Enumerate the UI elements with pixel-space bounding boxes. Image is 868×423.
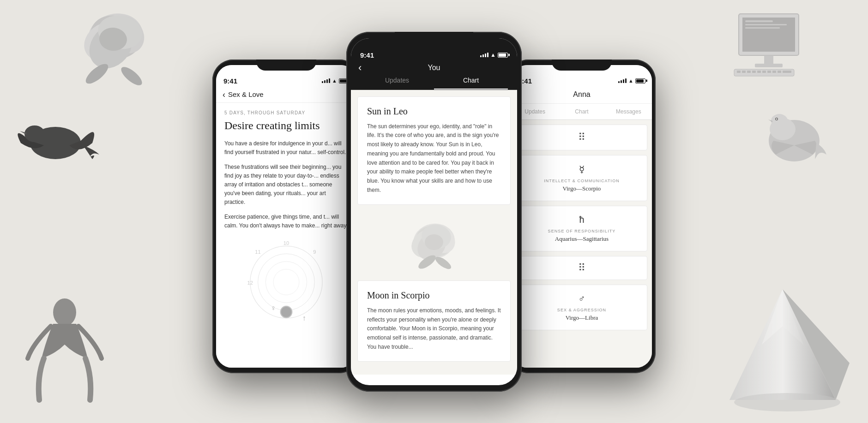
right-card-top: ⠿ [516,125,647,150]
left-phone-nav[interactable]: ‹ Sex & Love [216,87,356,103]
article-para-3: Exercise patience, give things time, and… [224,213,348,230]
smiley-glyph-1: ⠿ [578,131,585,143]
article-para-1: You have a desire for indulgence in your… [224,139,348,157]
right-tab-chart[interactable]: Chart [558,104,605,119]
chart-svg: 10 9 11 12 ♀ ↑ [224,236,348,328]
svg-point-60 [434,255,453,271]
svg-point-58 [425,234,443,250]
mars-label: Sex & Aggression [557,308,606,312]
left-phone-status-icons: ▲ [322,78,349,83]
flower-image-center [357,211,511,280]
svg-text:11: 11 [255,249,260,255]
svg-text:12: 12 [247,280,253,286]
left-phone-time: 9:41 [223,77,237,85]
saturn-label: Sense of Responsibility [548,229,616,233]
right-card-mercury: ☿ Intellect & Communication Virgo—Scorpi… [516,155,647,201]
center-phone-time: 9:41 [360,51,374,59]
center-tabs: Updates Chart [351,72,517,90]
svg-point-43 [273,269,299,295]
sun-leo-body: The sun determines your ego, identity, a… [367,122,501,195]
center-phone: 9:41 ▲ ‹ You [346,32,522,392]
right-wifi-icon: ▲ [628,78,633,83]
peony-svg [402,216,466,276]
moon-scorpio-card: Moon in Scorpio The moon rules your emot… [357,280,511,362]
tab-updates[interactable]: Updates [360,72,434,89]
phones-container: 9:41 ▲ ‹ Sex [212,32,656,392]
svg-point-50 [281,307,291,317]
back-button[interactable]: ‹ Sex & Love [223,90,350,99]
svg-point-42 [265,262,307,303]
mars-value: Virgo—Libra [566,314,598,322]
signal-icon [322,78,330,83]
center-signal-icon [480,53,488,57]
wifi-icon: ▲ [332,78,337,83]
tab-chart[interactable]: Chart [434,72,508,89]
right-tab-messages[interactable]: Messages [605,104,652,119]
sun-leo-card: Sun in Leo The sun determines your ego, … [357,96,511,205]
right-card-dot: ⠿ [516,256,647,280]
right-tabs: Updates Chart Messages [512,104,652,120]
moon-scorpio-title: Moon in Scorpio [367,290,501,301]
right-battery-icon [635,78,645,83]
center-header: ‹ You [351,61,517,72]
back-chevron-icon: ‹ [223,90,225,99]
smiley-glyph-2: ⠿ [578,262,585,274]
center-page-title: You [428,64,440,71]
mercury-symbol: ☿ [579,164,585,175]
right-body[interactable]: ⠿ ☿ Intellect & Communication Virgo—Scor… [512,120,652,368]
right-phone: 9:41 ▲ Anna [508,60,656,373]
right-card-mars: ♂ Sex & Aggression Virgo—Libra [516,285,647,330]
center-wifi-icon: ▲ [490,52,496,58]
chart-circle-preview: 10 9 11 12 ♀ ↑ [224,236,348,310]
article-para-2: These frustrations will see their beginn… [224,163,348,207]
mercury-label: Intellect & Communication [544,179,620,183]
sun-leo-title: Sun in Leo [367,106,501,117]
svg-text:9: 9 [313,249,316,255]
center-battery-icon [498,53,508,58]
mars-symbol: ♂ [579,293,585,304]
moon-scorpio-body: The moon rules your emotions, moods, and… [367,306,501,352]
saturn-value: Aquarius—Sagittarius [555,235,609,243]
mercury-value: Virgo—Scorpio [563,185,601,192]
right-signal-icon [618,78,627,83]
right-status-icons: ▲ [618,78,645,83]
center-back-button[interactable]: ‹ [358,63,362,73]
right-page-title: Anna [573,90,590,98]
left-phone-body: 5 days, through Saturday Desire creating… [216,103,356,368]
svg-point-41 [258,254,315,310]
svg-text:10: 10 [283,240,289,246]
center-body[interactable]: Sun in Leo The sun determines your ego, … [351,90,517,375]
saturn-symbol: ħ [579,214,584,225]
svg-text:♀: ♀ [271,304,276,312]
article-date: 5 days, through Saturday [224,110,348,115]
nav-title: Sex & Love [228,90,264,98]
right-header: Anna [512,87,652,104]
right-card-saturn: ħ Sense of Responsibility Aquarius—Sagit… [516,206,647,251]
left-phone: 9:41 ▲ ‹ Sex [212,60,360,373]
svg-text:↑: ↑ [302,314,306,322]
center-status-icons: ▲ [480,52,508,58]
article-title: Desire creating limits [224,119,348,132]
